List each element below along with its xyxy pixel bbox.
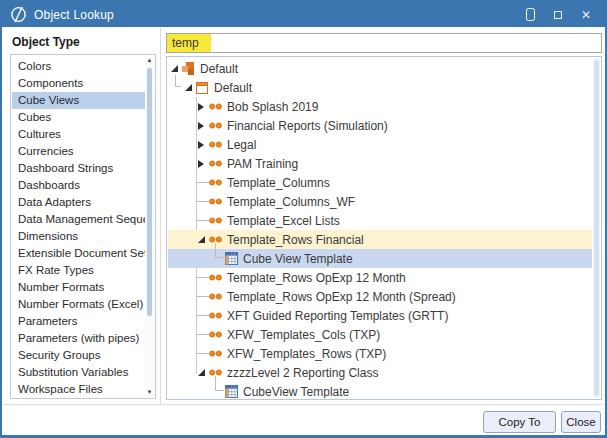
tree-row-label: PAM Training [226,157,298,171]
list-item[interactable]: Extensible Document Settings [12,245,145,262]
list-item[interactable]: Parameters (with pipes) [12,330,145,347]
tree-row-label: CubeView Template [242,385,349,399]
tree-row[interactable]: Legal [168,135,592,154]
tree-row[interactable]: Template_Columns_WF [168,192,592,211]
expander-collapsed-icon[interactable] [198,160,209,168]
tree-connector [196,334,209,335]
object-type-scrollbar[interactable]: ▲ ▼ [145,56,154,397]
tree-row[interactable]: Template_Rows OpExp 12 Month [168,268,592,287]
list-item[interactable]: Data Management Sequences [12,211,145,228]
tree-row[interactable]: Template_Rows Financial [168,230,592,249]
dots-icon [209,369,222,376]
expander-collapsed-icon[interactable] [198,122,209,130]
list-item[interactable]: Dimensions [12,228,145,245]
tree-row[interactable]: PAM Training [168,154,592,173]
search-text: temp [167,34,211,52]
tree-row-label: Financial Reports (Simulation) [226,119,388,133]
tree-row[interactable]: XFT Guided Reporting Templates (GRTT) [168,306,592,325]
tree-row[interactable]: Template_Columns [168,173,592,192]
object-lookup-dialog: Object Lookup ✕ Object Type ColorsCompon… [0,0,607,438]
grid-icon [225,385,238,398]
search-input[interactable]: temp [166,33,602,53]
expander-expanded-icon[interactable] [171,65,182,72]
tree-row[interactable]: Template_Rows OpExp 12 Month (Spread) [168,287,592,306]
list-item[interactable]: Substitution Variables [12,364,145,381]
dots-icon [209,122,222,129]
dots-icon [209,103,222,110]
expander-collapsed-icon[interactable] [198,103,209,111]
list-item[interactable]: Colors [12,58,145,75]
titlebar: Object Lookup ✕ [2,2,605,27]
object-tree-box: DefaultDefaultBob Splash 2019Financial R… [166,56,602,400]
scrollbar-thumb[interactable] [594,60,599,396]
dots-icon [209,331,222,338]
list-item[interactable]: Data Adapters [12,194,145,211]
tree-connector [215,376,224,391]
tree-row-label: Template_Excel Lists [226,214,340,228]
tree-row-label: Template_Rows OpExp 12 Month (Spread) [226,290,456,304]
window-title: Object Lookup [34,8,114,22]
tree-row[interactable]: XFW_Templates_Cols (TXP) [168,325,592,344]
copy-to-clipboard-button[interactable]: Copy To Clipboard [483,411,556,433]
tree-row[interactable]: XFW_Templates_Rows (TXP) [168,344,592,363]
object-type-list-box: ColorsComponentsCube ViewsCubesCulturesC… [10,54,156,399]
list-item[interactable]: Dashboard Strings [12,160,145,177]
tree-row[interactable]: Default [168,59,592,78]
pin-icon[interactable] [523,7,537,23]
scroll-up-icon[interactable]: ▲ [145,56,154,65]
list-item[interactable]: Number Formats [12,279,145,296]
list-item[interactable]: Cultures [12,126,145,143]
scrollbar-thumb[interactable] [147,68,152,316]
list-item[interactable]: Workspace Files [12,381,145,395]
expander-expanded-icon[interactable] [185,84,196,91]
tree-row-label: XFW_Templates_Rows (TXP) [226,347,386,361]
close-button[interactable]: Close [561,411,601,433]
tree-row[interactable]: CubeView Template [168,382,592,398]
tree-row[interactable]: zzzzLevel 2 Reporting Class [168,363,592,382]
object-tree: DefaultDefaultBob Splash 2019Financial R… [168,59,592,398]
list-item[interactable]: Parameters [12,313,145,330]
tree-row[interactable]: Financial Reports (Simulation) [168,116,592,135]
tree-row-label: Default [213,81,252,95]
expander-expanded-icon[interactable] [198,236,209,243]
list-item[interactable]: Components [12,75,145,92]
tree-connector [196,296,209,297]
tree-row-label: Cube View Template [242,252,353,266]
list-item[interactable]: Currencies [12,143,145,160]
footer-divider [4,404,603,405]
grid-icon [225,252,238,265]
scroll-down-icon[interactable]: ▼ [145,388,154,397]
tree-connector [215,243,224,258]
tree-row[interactable]: Cube View Template [168,249,592,268]
tree-connector [196,277,209,278]
expander-expanded-icon[interactable] [198,369,209,376]
list-item[interactable]: FX Rate Types [12,262,145,279]
tree-connector [196,182,209,183]
dots-icon [209,198,222,205]
list-item[interactable]: Cube Views [12,92,145,109]
list-item[interactable]: Security Groups [12,347,145,364]
tree-scrollbar[interactable] [593,58,600,398]
list-item[interactable]: Cubes [12,109,145,126]
tree-row-label: zzzzLevel 2 Reporting Class [226,366,378,380]
tree-row-label: Template_Rows Financial [226,233,364,247]
window-controls: ✕ [523,7,605,23]
tree-row-label: Template_Rows OpExp 12 Month [226,271,406,285]
panel-divider [160,28,161,405]
dots-icon [209,236,222,243]
tree-row[interactable]: Bob Splash 2019 [168,97,592,116]
expander-collapsed-icon[interactable] [198,141,209,149]
list-item[interactable]: Dashboards [12,177,145,194]
tree-connector [196,315,209,316]
tree-row-label: Template_Columns_WF [226,195,355,209]
list-item[interactable]: Number Formats (Excel) [12,296,145,313]
tree-row[interactable]: Template_Excel Lists [168,211,592,230]
tree-connector [196,220,209,221]
close-icon[interactable]: ✕ [579,7,593,23]
tree-row-label: Default [199,62,238,76]
dots-icon [209,217,222,224]
tree-row[interactable]: Default [168,78,592,97]
tree-row-label: XFT Guided Reporting Templates (GRTT) [226,309,448,323]
tree-connector [196,353,209,354]
maximize-icon[interactable] [551,7,565,23]
